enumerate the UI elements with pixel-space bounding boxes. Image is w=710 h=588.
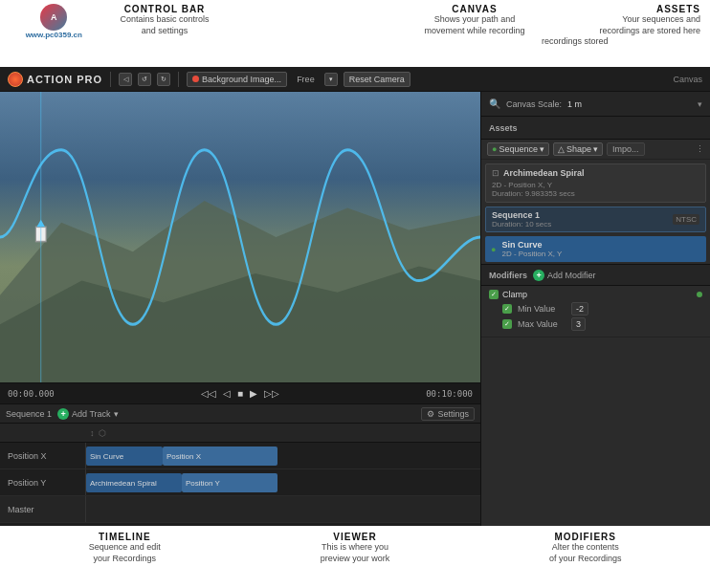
track-label-position-x: Position X: [0, 443, 86, 468]
add-modifier-button[interactable]: + Add Modifier: [533, 270, 596, 281]
transport-next[interactable]: ▷▷: [262, 386, 281, 401]
viewport-panel: 00:00.000 ◁◁ ◁ ■ ▶ ▷▷ 00:10:000 Sequence…: [0, 92, 480, 526]
action-logo-circle-icon: [8, 72, 23, 87]
sequence-dropdown[interactable]: ● Sequence ▾: [487, 142, 549, 156]
clip-sin-curve[interactable]: Sin Curve: [86, 446, 163, 466]
logo-block: A www.pc0359.cn: [10, 4, 99, 39]
track-icon-2: ⬡: [99, 428, 106, 438]
clip-archimedean[interactable]: Archimedean Spiral: [86, 473, 182, 492]
modifiers-annotation-title: MODIFIERS: [470, 532, 700, 542]
sequence-chevron-icon: ▾: [540, 144, 544, 154]
modifiers-section: Modifiers + Add Modifier ✓ Clamp ✓: [481, 265, 710, 526]
canvas-scale-row: 🔍 Canvas Scale: 1 m ▾: [481, 92, 710, 117]
track-row-master: Master: [0, 496, 480, 523]
magnifier-icon: 🔍: [489, 98, 500, 109]
control-bar-desc: Contains basic controls and settings: [99, 14, 232, 36]
main-content: 00:00.000 ◁◁ ◁ ■ ▶ ▷▷ 00:10:000 Sequence…: [0, 92, 710, 526]
timeline-panel: 00:00.000 ◁◁ ◁ ■ ▶ ▷▷ 00:10:000 Sequence…: [0, 382, 480, 526]
viewer-annotation-title: VIEWER: [240, 532, 471, 542]
ctrl-btn-2[interactable]: ↺: [138, 73, 151, 86]
viewer-annotation-desc: This is where you preview your work: [240, 542, 471, 564]
archimedean-icon: ⊡: [492, 168, 499, 178]
sequence-label: Sequence 1: [6, 409, 52, 419]
settings-label: Settings: [437, 409, 469, 419]
transport-play[interactable]: ▶: [248, 386, 259, 401]
sequence-icon: ●: [492, 144, 497, 154]
green-plus-icon: +: [57, 408, 69, 420]
track-content-position-y[interactable]: Archimedean Spiral Position Y: [86, 469, 480, 495]
track-content-master[interactable]: [86, 496, 480, 522]
assets-row-controls: ● Sequence ▾ △ Shape ▾ Impo... ⋮: [481, 140, 710, 160]
max-checkbox[interactable]: ✓: [502, 319, 512, 329]
track-content-position-x[interactable]: Sin Curve Position X: [86, 443, 480, 468]
canvas-scale-label: Canvas Scale:: [506, 99, 562, 109]
sequence1-name: Sequence 1: [492, 210, 551, 220]
gear-icon: ⚙: [427, 409, 434, 419]
sin-curve-name: Sin Curve: [501, 240, 562, 250]
viewer-annotation: VIEWER This is where you preview your wo…: [240, 532, 471, 564]
max-value: 3: [571, 317, 586, 331]
transport-stop[interactable]: ■: [235, 386, 245, 401]
canvas-desc: Shows your path and movement while recor…: [409, 14, 542, 36]
assets-annotation: ASSETS Your sequences and recordings are…: [567, 4, 700, 36]
canvas-title: CANVAS: [409, 4, 542, 14]
timeline-annotation-desc: Sequence and edit your Recordings: [10, 542, 240, 564]
track-list: ↕ ⬡ Position X Sin Curve: [0, 424, 480, 526]
action-pro-logo: ACTION PRO: [8, 72, 102, 87]
max-value-row: ✓ Max Value 3: [489, 317, 702, 331]
shape-dropdown[interactable]: △ Shape ▾: [553, 142, 603, 156]
min-value-row: ✓ Min Value -2: [489, 302, 702, 316]
sequence1-block[interactable]: Sequence 1 Duration: 10 secs NTSC: [485, 207, 706, 232]
add-modifier-label: Add Modifier: [547, 271, 596, 280]
bottom-annotations: TIMELINE Sequence and edit your Recordin…: [0, 526, 710, 588]
wave-visualization: [0, 92, 480, 382]
control-bar-annotation: CONTROL BAR Contains basic controls and …: [99, 4, 232, 36]
shape-chevron-icon: ▾: [593, 144, 598, 154]
right-panel: 🔍 Canvas Scale: 1 m ▾ Assets ● Sequence …: [480, 92, 710, 526]
import-button[interactable]: Impo...: [607, 142, 645, 156]
logo-url: www.pc0359.cn: [26, 31, 82, 39]
archimedean-duration: Duration: 9.983353 secs: [492, 189, 699, 198]
settings-button[interactable]: ⚙ Settings: [421, 407, 475, 421]
timecode-end: 00:10:000: [426, 389, 473, 399]
modifiers-annotation-desc: Alter the contents of your Recordings: [470, 542, 700, 564]
modifiers-header: Modifiers + Add Modifier: [481, 265, 710, 286]
recordings-stored-text: recordings stored: [542, 36, 609, 46]
modifiers-annotation: MODIFIERS Alter the contents of your Rec…: [470, 532, 700, 564]
add-track-label: Add Track: [72, 409, 111, 419]
clamp-modifier: ✓ Clamp ✓ Min Value -2 ✓ Max Value 3: [481, 286, 710, 338]
assets-header: Assets: [481, 117, 710, 140]
bg-image-button[interactable]: Background Image...: [187, 72, 287, 87]
archimedean-block[interactable]: ⊡ Archimedean Spiral 2D - Position X, Y …: [485, 163, 706, 203]
clip-position-x[interactable]: Position X: [163, 446, 277, 466]
clamp-checkbox[interactable]: ✓: [489, 290, 499, 299]
timeline-annotation-title: TIMELINE: [10, 532, 240, 542]
dropdown-btn[interactable]: ▾: [324, 73, 338, 86]
modifiers-section-title: Modifiers: [489, 271, 527, 280]
clip-position-y[interactable]: Position Y: [182, 473, 277, 492]
vertical-menu-icon[interactable]: ⋮: [696, 144, 704, 154]
add-track-button[interactable]: + Add Track ▾: [57, 408, 119, 420]
free-badge: Free: [293, 74, 319, 85]
min-checkbox[interactable]: ✓: [502, 304, 512, 314]
sin-curve-row[interactable]: ● Sin Curve 2D - Position X, Y: [485, 236, 706, 262]
timecode-start: 00:00.000: [8, 389, 55, 399]
archimedean-info: 2D - Position X, Y: [492, 181, 699, 189]
control-bar-title: CONTROL BAR: [99, 4, 232, 14]
transport-back[interactable]: ◁: [221, 386, 233, 401]
track-header-row: Sequence 1 + Add Track ▾ ⚙ Settings: [0, 404, 480, 424]
canvas-text: Canvas: [673, 75, 702, 84]
canvas-annotation: CANVAS Shows your path and movement whil…: [409, 4, 542, 36]
sin-curve-icon: ●: [491, 245, 496, 254]
assets-desc: Your sequences and recordings are stored…: [567, 14, 700, 36]
transport-prev[interactable]: ◁◁: [199, 386, 218, 401]
control-bar: ACTION PRO ◁ ↺ ↻ Background Image... Fre…: [0, 67, 710, 92]
shape-dropdown-label: Shape: [566, 144, 591, 154]
ctrl-btn-1[interactable]: ◁: [119, 73, 132, 86]
reset-camera-button[interactable]: Reset Camera: [344, 72, 410, 87]
ctrl-btn-3[interactable]: ↻: [157, 73, 170, 86]
timeline-annotation: TIMELINE Sequence and edit your Recordin…: [10, 532, 240, 564]
modifier-dot: [697, 292, 702, 297]
track-row-position-y: Position Y Archimedean Spiral Position Y: [0, 469, 480, 496]
viewport-canvas: [0, 92, 480, 382]
